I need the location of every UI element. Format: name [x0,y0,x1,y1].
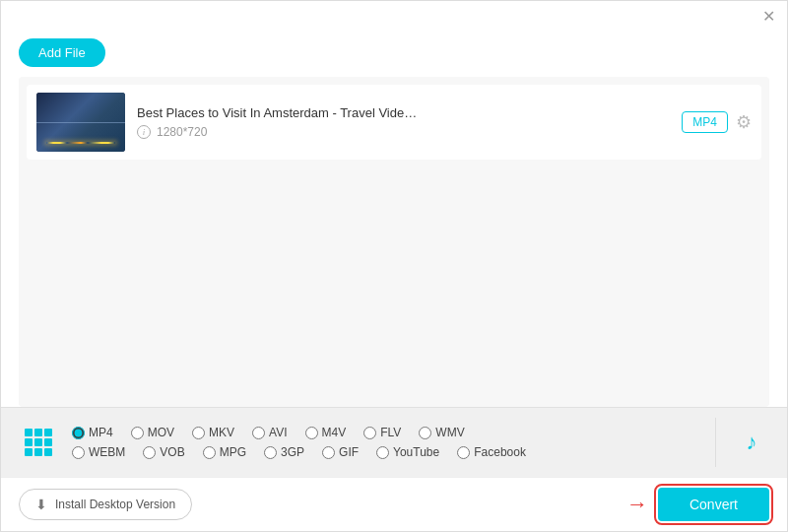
format-option-vob[interactable]: VOB [143,445,184,459]
radio-webm[interactable] [72,446,85,459]
toolbar: Add File [1,33,787,77]
format-section: MP4 MOV MKV AVI M4V [1,407,787,477]
format-option-m4v[interactable]: M4V [305,426,347,439]
radio-mov[interactable] [131,427,144,439]
radio-youtube[interactable] [376,446,389,459]
format-row-2: WEBM VOB MPG 3GP GIF [72,445,697,459]
arrow-icon: → [626,492,648,517]
radio-gif[interactable] [322,446,335,459]
info-icon: i [137,125,151,139]
format-row-1: MP4 MOV MKV AVI M4V [72,426,697,439]
radio-m4v[interactable] [305,427,318,439]
format-option-avi[interactable]: AVI [252,426,287,439]
format-badge[interactable]: MP4 [682,111,728,133]
format-option-mp4[interactable]: MP4 [72,426,113,439]
format-option-youtube[interactable]: YouTube [376,445,439,459]
file-actions: MP4 ⚙ [682,111,752,133]
radio-3gp[interactable] [264,446,277,459]
video-format-icon [19,423,58,462]
format-option-wmv[interactable]: WMV [419,426,464,439]
music-icon[interactable]: ♪ [734,425,769,460]
settings-icon[interactable]: ⚙ [736,111,752,133]
add-file-button[interactable]: Add File [19,38,105,67]
bottom-bar: ⬇ Install Desktop Version → Convert [1,477,787,531]
title-bar: ✕ [1,1,787,33]
radio-mpg[interactable] [203,446,216,459]
format-separator [715,418,716,467]
format-option-3gp[interactable]: 3GP [264,445,304,459]
radio-vob[interactable] [143,446,156,459]
install-button[interactable]: ⬇ Install Desktop Version [19,489,192,520]
file-resolution: 1280*720 [157,125,207,139]
close-button[interactable]: ✕ [762,9,775,25]
radio-wmv[interactable] [419,427,431,439]
thumbnail-image [36,93,125,152]
format-option-facebook[interactable]: Facebook [457,445,526,459]
format-option-mov[interactable]: MOV [131,426,174,439]
file-info: Best Places to Visit In Amsterdam - Trav… [137,105,670,139]
file-list-area: Best Places to Visit In Amsterdam - Trav… [19,77,769,407]
download-icon: ⬇ [35,497,47,512]
format-options: MP4 MOV MKV AVI M4V [72,426,697,459]
format-option-mpg[interactable]: MPG [203,445,246,459]
radio-mkv[interactable] [192,427,205,439]
format-option-mkv[interactable]: MKV [192,426,234,439]
thumbnail-lights [46,142,115,144]
radio-mp4[interactable] [72,427,85,439]
convert-button[interactable]: Convert [658,488,769,521]
radio-facebook[interactable] [457,446,470,459]
radio-flv[interactable] [363,427,376,439]
format-option-webm[interactable]: WEBM [72,445,125,459]
video-icon-grid [25,429,52,456]
convert-area: → Convert [626,488,769,521]
file-name: Best Places to Visit In Amsterdam - Trav… [137,105,670,120]
main-window: ✕ Add File Best Places to Visit In Amste… [0,0,788,532]
install-label: Install Desktop Version [55,498,175,511]
radio-avi[interactable] [252,427,265,439]
format-option-gif[interactable]: GIF [322,445,359,459]
thumbnail-decoration [36,122,125,123]
file-thumbnail [36,93,125,152]
file-meta: i 1280*720 [137,125,670,139]
format-option-flv[interactable]: FLV [363,426,401,439]
file-item: Best Places to Visit In Amsterdam - Trav… [27,85,761,160]
